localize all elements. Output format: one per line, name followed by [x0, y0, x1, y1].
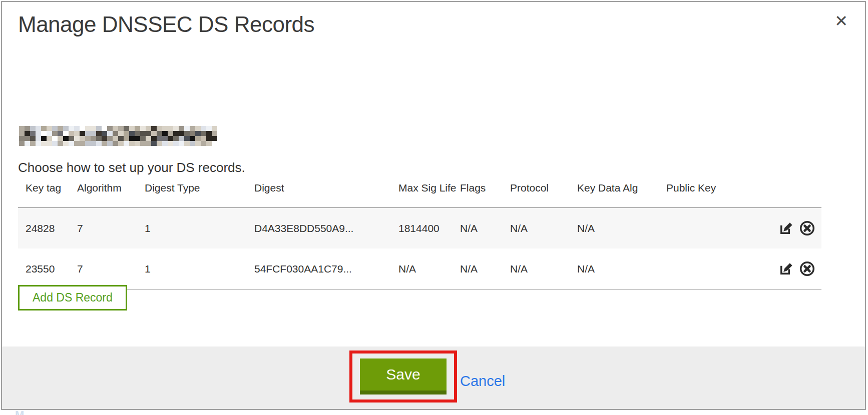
ds-records-table: Key tag Algorithm Digest Type Digest Max… [18, 179, 821, 290]
delete-icon [799, 230, 815, 238]
manage-dnssec-modal: Manage DNSSEC DS Records ✕ Choose how to… [1, 1, 866, 410]
column-header-flags: Flags [460, 179, 510, 208]
column-header-digest-type: Digest Type [145, 179, 254, 208]
delete-record-button[interactable] [799, 260, 815, 277]
cell-key-tag: 23550 [18, 248, 77, 290]
cell-flags: N/A [460, 248, 510, 290]
cell-max-sig-life: 1814400 [398, 208, 460, 248]
cell-public-key [666, 248, 746, 290]
column-header-key-data-alg: Key Data Alg [577, 179, 666, 208]
cell-protocol: N/A [510, 248, 577, 290]
delete-record-button[interactable] [799, 220, 815, 236]
column-header-digest: Digest [254, 179, 398, 208]
edit-icon [778, 271, 794, 278]
cell-digest-type: 1 [145, 248, 254, 290]
cell-digest-type: 1 [145, 208, 254, 248]
cancel-link[interactable]: Cancel [460, 373, 505, 390]
instruction-text: Choose how to set up your DS records. [18, 160, 245, 176]
cell-key-data-alg: N/A [577, 208, 666, 248]
annotation-highlight-box: Save [349, 350, 457, 402]
cell-key-tag: 24828 [18, 208, 77, 248]
save-button[interactable]: Save [360, 358, 447, 394]
add-ds-record-button[interactable]: Add DS Record [18, 285, 127, 310]
table-header-row: Key tag Algorithm Digest Type Digest Max… [18, 179, 821, 208]
delete-icon [799, 271, 815, 278]
column-header-protocol: Protocol [510, 179, 577, 208]
edit-record-button[interactable] [778, 260, 794, 277]
redacted-domain-name [19, 126, 217, 146]
cell-key-data-alg: N/A [577, 248, 666, 290]
page-title: Manage DNSSEC DS Records [18, 12, 314, 37]
column-header-algorithm: Algorithm [77, 179, 145, 208]
column-header-actions [746, 179, 821, 208]
background-page-peek: M [15, 411, 35, 415]
edit-record-button[interactable] [778, 220, 794, 236]
row-actions [746, 208, 821, 248]
cell-flags: N/A [460, 208, 510, 248]
cell-protocol: N/A [510, 208, 577, 248]
column-header-public-key: Public Key [666, 179, 746, 208]
cell-algorithm: 7 [77, 248, 145, 290]
cell-digest: 54FCF030AA1C79... [254, 248, 398, 290]
cell-public-key [666, 208, 746, 248]
row-actions [746, 248, 821, 290]
cell-algorithm: 7 [77, 208, 145, 248]
column-header-max-sig-life: Max Sig Life [398, 179, 460, 208]
edit-icon [778, 230, 794, 238]
table-row: 23550 7 1 54FCF030AA1C79... N/A N/A N/A … [18, 248, 821, 290]
cell-digest: D4A33E8DD550A9... [254, 208, 398, 248]
column-header-key-tag: Key tag [18, 179, 77, 208]
cell-max-sig-life: N/A [398, 248, 460, 290]
table-row: 24828 7 1 D4A33E8DD550A9... 1814400 N/A … [18, 208, 821, 248]
close-icon[interactable]: ✕ [834, 13, 848, 29]
